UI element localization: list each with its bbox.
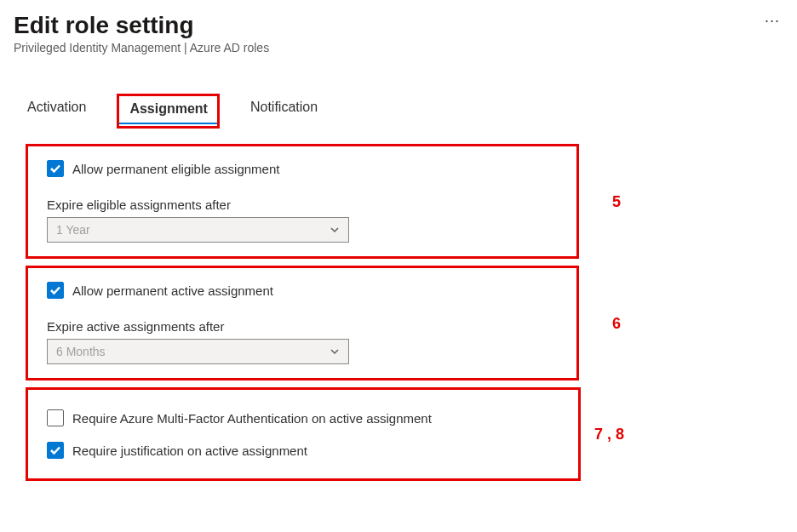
label-allow-permanent-active: Allow permanent active assignment: [72, 283, 273, 298]
tab-notification[interactable]: Notification: [245, 94, 323, 129]
label-require-mfa: Require Azure Multi-Factor Authenticatio…: [72, 411, 432, 426]
tab-assignment[interactable]: Assignment: [117, 94, 220, 129]
checkbox-allow-permanent-active[interactable]: [47, 282, 64, 299]
check-icon: [50, 445, 60, 455]
tab-activation[interactable]: Activation: [22, 94, 91, 129]
dropdown-expire-eligible-value: 1 Year: [56, 223, 90, 237]
section-require-on-active: 7 , 8 Require Azure Multi-Factor Authent…: [26, 387, 581, 481]
label-allow-permanent-eligible: Allow permanent eligible assignment: [72, 162, 279, 176]
annotation-7-8: 7 , 8: [594, 426, 624, 443]
section-eligible-assignment: 5 Allow permanent eligible assignment Ex…: [26, 144, 579, 259]
chevron-down-icon: [330, 225, 340, 235]
section-active-assignment: 6 Allow permanent active assignment Expi…: [26, 266, 579, 380]
dropdown-expire-active[interactable]: 6 Months: [47, 339, 349, 364]
check-icon: [50, 285, 60, 295]
label-expire-active: Expire active assignments after: [47, 319, 558, 334]
more-icon[interactable]: ···: [765, 12, 783, 30]
chevron-down-icon: [330, 346, 340, 357]
tabs: Activation Assignment Notification: [22, 94, 783, 129]
checkbox-require-justification[interactable]: [47, 442, 64, 459]
dropdown-expire-active-value: 6 Months: [56, 345, 106, 358]
breadcrumb: Privileged Identity Management | Azure A…: [14, 41, 269, 54]
checkbox-allow-permanent-eligible[interactable]: [47, 160, 64, 177]
annotation-5: 5: [612, 192, 621, 210]
check-icon: [50, 163, 60, 174]
checkbox-require-mfa[interactable]: [47, 409, 64, 426]
annotation-6: 6: [612, 314, 621, 332]
label-expire-eligible: Expire eligible assignments after: [47, 197, 558, 212]
dropdown-expire-eligible[interactable]: 1 Year: [47, 217, 349, 243]
page-title: Edit role setting: [14, 12, 269, 39]
label-require-justification: Require justification on active assignme…: [72, 443, 307, 458]
